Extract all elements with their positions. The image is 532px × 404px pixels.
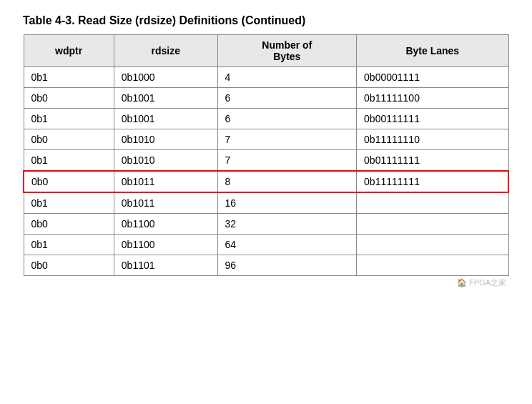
cell-rdsize: 0b1001 (114, 109, 217, 129)
table-row: 0b00b110032 (24, 214, 508, 235)
cell-rdsize: 0b1100 (114, 235, 217, 255)
cell-wdptr: 0b0 (24, 171, 114, 192)
cell-wdptr: 0b0 (24, 255, 114, 276)
cell-rdsize: 0b1011 (114, 171, 217, 192)
table-row: 0b00b101070b11111110 (24, 129, 508, 150)
cell-num-bytes: 7 (217, 129, 357, 150)
cell-num-bytes: 16 (217, 192, 357, 214)
table-row: 0b00b110196 (24, 255, 508, 276)
cell-wdptr: 0b1 (24, 192, 114, 214)
cell-rdsize: 0b1101 (114, 255, 217, 276)
cell-wdptr: 0b1 (24, 235, 114, 255)
cell-byte-lanes: 0b01111111 (357, 150, 508, 172)
cell-byte-lanes: 0b11111110 (357, 129, 508, 150)
cell-num-bytes: 8 (217, 171, 357, 192)
cell-num-bytes: 96 (217, 255, 357, 276)
cell-byte-lanes: 0b00111111 (357, 109, 508, 129)
rdsize-table: wdptr rdsize Number ofBytes Byte Lanes 0… (23, 34, 509, 276)
cell-wdptr: 0b0 (24, 129, 114, 150)
table-row: 0b10b110064 (24, 235, 508, 255)
page-container: Table 4-3. Read Size (rdsize) Definition… (23, 14, 509, 288)
cell-rdsize: 0b1010 (114, 129, 217, 150)
table-row: 0b10b100160b00111111 (24, 109, 508, 129)
table-row: 0b10b101070b01111111 (24, 150, 508, 172)
cell-byte-lanes (357, 255, 508, 276)
cell-rdsize: 0b1100 (114, 214, 217, 235)
col-header-wdptr: wdptr (24, 35, 114, 67)
cell-num-bytes: 4 (217, 67, 357, 88)
cell-byte-lanes (357, 214, 508, 235)
table-row: 0b10b100040b00001111 (24, 67, 508, 88)
cell-wdptr: 0b1 (24, 109, 114, 129)
table-title: Table 4-3. Read Size (rdsize) Definition… (23, 14, 509, 27)
cell-byte-lanes: 0b11111111 (357, 171, 508, 192)
col-header-bytelanes: Byte Lanes (357, 35, 508, 67)
col-header-rdsize: rdsize (114, 35, 217, 67)
table-row: 0b10b101116 (24, 192, 508, 214)
cell-rdsize: 0b1001 (114, 88, 217, 109)
table-header-row: wdptr rdsize Number ofBytes Byte Lanes (24, 35, 508, 67)
cell-num-bytes: 64 (217, 235, 357, 255)
cell-rdsize: 0b1011 (114, 192, 217, 214)
cell-wdptr: 0b1 (24, 67, 114, 88)
cell-num-bytes: 32 (217, 214, 357, 235)
cell-wdptr: 0b1 (24, 150, 114, 172)
cell-wdptr: 0b0 (24, 214, 114, 235)
cell-wdptr: 0b0 (24, 88, 114, 109)
cell-rdsize: 0b1000 (114, 67, 217, 88)
cell-byte-lanes: 0b11111100 (357, 88, 508, 109)
cell-byte-lanes: 0b00001111 (357, 67, 508, 88)
cell-byte-lanes (357, 235, 508, 255)
table-row: 0b00b100160b11111100 (24, 88, 508, 109)
cell-num-bytes: 7 (217, 150, 357, 172)
cell-num-bytes: 6 (217, 88, 357, 109)
cell-rdsize: 0b1010 (114, 150, 217, 172)
col-header-numbytes: Number ofBytes (217, 35, 357, 67)
cell-num-bytes: 6 (217, 109, 357, 129)
watermark: 🏠 FPGA之家 (23, 277, 509, 288)
cell-byte-lanes (357, 192, 508, 214)
table-row: 0b00b101180b11111111 (24, 171, 508, 192)
